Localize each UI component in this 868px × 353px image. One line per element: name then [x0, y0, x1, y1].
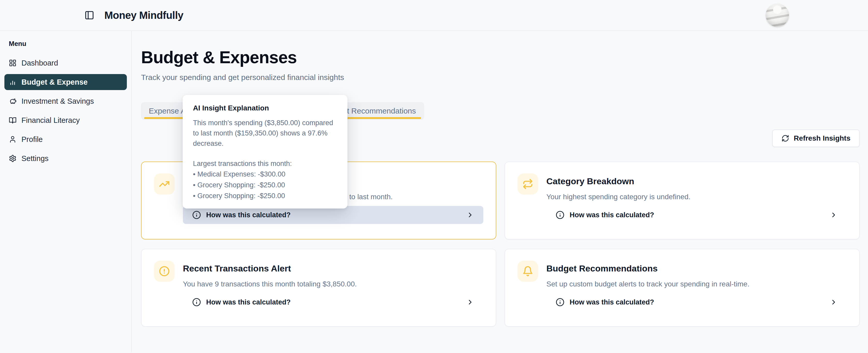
user-icon [9, 136, 17, 143]
refresh-icon [781, 135, 789, 142]
chevron-right-icon [830, 298, 838, 306]
bell-icon [518, 260, 538, 282]
how-calculated-button[interactable]: How was this calculated? [183, 206, 483, 224]
repeat-icon [518, 173, 538, 195]
sidebar-item-label: Budget & Expense [22, 78, 88, 86]
alert-circle-icon [154, 260, 175, 282]
tab-recommendations[interactable]: ct Recommendations [343, 107, 416, 115]
how-calculated-button[interactable]: How was this calculated? [183, 293, 483, 311]
card-title: Category Breakdown [547, 176, 847, 186]
how-calculated-label: How was this calculated? [570, 298, 654, 306]
card-subtitle: to last month. [349, 192, 483, 202]
bar-chart-icon [9, 78, 17, 86]
card-title: Recent Transactions Alert [183, 263, 483, 274]
chevron-right-icon [830, 211, 838, 219]
how-calculated-label: How was this calculated? [206, 298, 291, 306]
refresh-insights-label: Refresh Insights [794, 134, 850, 142]
user-avatar[interactable] [766, 4, 789, 27]
app-title: Money Mindfully [104, 9, 183, 21]
info-icon [556, 211, 564, 219]
sidebar-item-label: Profile [22, 135, 43, 144]
info-icon [192, 211, 201, 219]
tab-expense-analysis[interactable]: Expense A [141, 107, 186, 115]
dashboard-grid-icon [9, 59, 17, 67]
page-subtitle: Track your spending and get personalized… [141, 73, 860, 82]
card-subtitle: You have 9 transactions this month total… [183, 279, 483, 289]
how-calculated-label: How was this calculated? [206, 211, 291, 219]
gear-icon [9, 154, 17, 162]
card-title: Budget Recommendations [547, 263, 847, 274]
chevron-right-icon [466, 298, 474, 306]
popover-paragraph-line: This month's spending ($3,850.00) compar… [193, 118, 337, 128]
ai-insight-popover: AI Insight Explanation This month's spen… [183, 95, 347, 209]
sidebar-item-label: Settings [22, 154, 49, 163]
page-title: Budget & Expenses [141, 48, 860, 67]
sidebar-item-settings[interactable]: Settings [4, 150, 127, 167]
how-calculated-label: How was this calculated? [570, 211, 654, 219]
info-icon [556, 298, 564, 307]
card-subtitle: Your highest spending category is undefi… [547, 192, 847, 202]
popover-paragraph-line: decrease. [193, 138, 337, 149]
panel-left-icon [85, 10, 94, 20]
info-icon [192, 298, 201, 307]
card-budget-recommendations: Budget Recommendations Set up custom bud… [504, 249, 860, 327]
chevron-right-icon [466, 211, 474, 219]
card-category-breakdown: Category Breakdown Your highest spending… [504, 162, 860, 240]
popover-paragraph-line: to last month ($159,350.00) shows a 97.6… [193, 128, 337, 138]
sidebar-item-profile[interactable]: Profile [4, 131, 127, 147]
sidebar-item-label: Dashboard [22, 59, 58, 67]
sidebar-item-investment-savings[interactable]: Investment & Savings [4, 93, 127, 109]
popover-transaction-item: • Grocery Shopping: -$250.00 [193, 190, 337, 201]
sidebar-item-label: Investment & Savings [22, 97, 94, 106]
sidebar: Menu Dashboard Budget & Expense [0, 31, 132, 352]
sidebar-toggle-button[interactable] [84, 9, 95, 21]
app-header: Money Mindfully [0, 0, 868, 31]
book-open-icon [9, 116, 17, 124]
how-calculated-button[interactable]: How was this calculated? [547, 206, 847, 224]
popover-transaction-item: • Grocery Shopping: -$250.00 [193, 180, 337, 190]
piggy-bank-icon [9, 97, 17, 105]
sidebar-section-label: Menu [9, 40, 131, 48]
popover-transaction-item: • Medical Expenses: -$300.00 [193, 169, 337, 180]
trending-up-icon [154, 173, 175, 195]
sidebar-item-dashboard[interactable]: Dashboard [4, 55, 127, 71]
refresh-insights-button[interactable]: Refresh Insights [772, 130, 860, 147]
popover-list-header: Largest transactions this month: [193, 158, 337, 169]
sidebar-item-budget-expense[interactable]: Budget & Expense [4, 74, 127, 90]
sidebar-item-financial-literacy[interactable]: Financial Literacy [4, 112, 127, 128]
card-subtitle: Set up custom budget alerts to track you… [547, 279, 847, 289]
sidebar-item-label: Financial Literacy [22, 116, 80, 125]
ai-insight-popover-title: AI Insight Explanation [193, 104, 337, 112]
how-calculated-button[interactable]: How was this calculated? [547, 293, 847, 311]
card-recent-transactions: Recent Transactions Alert You have 9 tra… [141, 249, 496, 327]
